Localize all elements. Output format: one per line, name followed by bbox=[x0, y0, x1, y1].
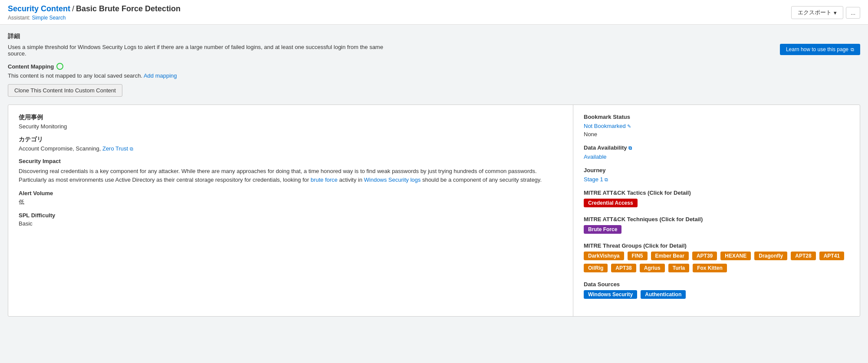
brute-force-link[interactable]: brute force bbox=[311, 177, 338, 183]
threat-group-tag-fin5[interactable]: FIN5 bbox=[628, 252, 648, 260]
threat-group-tag-apt41[interactable]: APT41 bbox=[819, 252, 844, 260]
threat-group-tag-apt39[interactable]: APT39 bbox=[692, 252, 717, 260]
technique-tag-brute-force[interactable]: Brute Force bbox=[584, 225, 621, 234]
use-case-label: 使用事例 bbox=[19, 114, 562, 121]
main-content: 詳細 Uses a simple threshold for Windows S… bbox=[0, 25, 868, 324]
security-impact-label: Security Impact bbox=[19, 158, 562, 164]
mapping-status-icon bbox=[56, 63, 63, 70]
mapping-description: This content is not mapped to any local … bbox=[8, 72, 860, 79]
mitre-tactics-tags: Credential Access bbox=[584, 199, 849, 209]
data-availability-label: Data Availability ⧉ bbox=[584, 144, 849, 151]
description-text: Uses a simple threshold for Windows Secu… bbox=[8, 44, 398, 57]
data-sources-section: Data Sources Windows Security Authentica… bbox=[584, 281, 849, 301]
chevron-down-icon: ▾ bbox=[834, 10, 837, 16]
stage-link[interactable]: Stage 1 bbox=[584, 176, 603, 183]
not-bookmarked-link[interactable]: Not Bookmarked bbox=[584, 123, 626, 129]
export-button[interactable]: エクスポート ▾ bbox=[791, 6, 843, 19]
spl-difficulty-label: SPL Difficulty bbox=[19, 212, 562, 219]
detail-panel: 使用事例 Security Monitoring カテゴリ Account Co… bbox=[8, 105, 860, 317]
threat-group-tag-apt28[interactable]: APT28 bbox=[791, 252, 815, 260]
mitre-threat-groups-section: MITRE Threat Groups (Click for Detail) D… bbox=[584, 242, 849, 274]
bookmark-status-label: Bookmark Status bbox=[584, 114, 849, 120]
journey-label: Journey bbox=[584, 167, 849, 173]
mitre-techniques-label: MITRE ATT&CK Techniques (Click for Detai… bbox=[584, 216, 849, 222]
data-availability-ext-icon: ⧉ bbox=[628, 145, 632, 150]
mitre-threat-groups-label: MITRE Threat Groups (Click for Detail) bbox=[584, 242, 849, 249]
journey-section: Journey Stage 1 ⧉ bbox=[584, 167, 849, 183]
security-impact-text: Discovering real credentials is a key co… bbox=[19, 167, 562, 184]
data-sources-label: Data Sources bbox=[584, 281, 849, 288]
threat-group-tags: DarkVishnya FIN5 Ember Bear APT39 HEXANE… bbox=[584, 252, 849, 274]
threat-group-tag-hexane[interactable]: HEXANE bbox=[720, 252, 751, 260]
details-section-title: 詳細 bbox=[8, 33, 860, 40]
panel-left: 使用事例 Security Monitoring カテゴリ Account Co… bbox=[8, 105, 573, 316]
bookmark-none: None bbox=[584, 131, 849, 137]
zero-trust-link[interactable]: Zero Trust bbox=[102, 145, 128, 152]
category-value: Account Compromise, Scanning, Zero Trust… bbox=[19, 145, 562, 152]
bookmark-status-value: Not Bookmarked ✎ bbox=[584, 123, 849, 129]
learn-button[interactable]: Learn how to use this page ⧉ bbox=[780, 44, 860, 55]
panel-right: Bookmark Status Not Bookmarked ✎ None Da… bbox=[573, 105, 860, 316]
zero-trust-ext-icon: ⧉ bbox=[130, 146, 133, 151]
data-availability-section: Data Availability ⧉ Available bbox=[584, 144, 849, 160]
bookmark-status-section: Bookmark Status Not Bookmarked ✎ None bbox=[584, 114, 849, 137]
more-options-button[interactable]: ... bbox=[846, 7, 860, 19]
mitre-tactics-section: MITRE ATT&CK Tactics (Click for Detail) … bbox=[584, 190, 849, 209]
mitre-techniques-section: MITRE ATT&CK Techniques (Click for Detai… bbox=[584, 216, 849, 235]
page-title: Basic Brute Force Detection bbox=[76, 4, 181, 13]
threat-group-tag-apt38[interactable]: APT38 bbox=[611, 264, 636, 272]
spl-difficulty-value: Basic bbox=[19, 220, 562, 227]
data-source-tag-authentication[interactable]: Authentication bbox=[641, 290, 686, 299]
mitre-techniques-tags: Brute Force bbox=[584, 225, 849, 235]
threat-group-tag-agrius[interactable]: Agrius bbox=[640, 264, 665, 272]
content-mapping-label: Content Mapping bbox=[8, 63, 54, 70]
stage-ext-icon: ⧉ bbox=[605, 177, 608, 182]
pencil-icon: ✎ bbox=[627, 124, 631, 129]
threat-group-tag-fox-kitten[interactable]: Fox Kitten bbox=[693, 264, 727, 272]
clone-button[interactable]: Clone This Content Into Custom Content bbox=[8, 84, 122, 97]
available-link[interactable]: Available bbox=[584, 154, 607, 160]
breadcrumb-security-content-link[interactable]: Security Content bbox=[8, 4, 70, 13]
add-mapping-link[interactable]: Add mapping bbox=[144, 72, 177, 79]
tactic-tag-credential-access[interactable]: Credential Access bbox=[584, 199, 638, 207]
use-case-value: Security Monitoring bbox=[19, 123, 562, 130]
description-bar: Uses a simple threshold for Windows Secu… bbox=[8, 44, 860, 57]
journey-value: Stage 1 ⧉ bbox=[584, 176, 849, 183]
assistant-link[interactable]: Simple Search bbox=[32, 15, 66, 21]
threat-group-tag-darkvishnya[interactable]: DarkVishnya bbox=[584, 252, 624, 260]
data-source-tags: Windows Security Authentication bbox=[584, 290, 849, 301]
mitre-tactics-label: MITRE ATT&CK Tactics (Click for Detail) bbox=[584, 190, 849, 196]
external-link-icon: ⧉ bbox=[851, 47, 854, 52]
breadcrumb-separator: / bbox=[72, 4, 74, 13]
threat-group-tag-oilrig[interactable]: OilRig bbox=[584, 264, 608, 272]
threat-group-tag-ember-bear[interactable]: Ember Bear bbox=[651, 252, 689, 260]
breadcrumb: Security Content / Basic Brute Force Det… bbox=[8, 4, 181, 13]
alert-volume-value: 低 bbox=[19, 198, 562, 206]
content-mapping-row: Content Mapping bbox=[8, 63, 860, 70]
data-source-tag-windows-security[interactable]: Windows Security bbox=[584, 290, 637, 299]
threat-group-tag-turla[interactable]: Turla bbox=[668, 264, 689, 272]
category-label: カテゴリ bbox=[19, 136, 562, 144]
windows-security-logs-link[interactable]: Windows Security logs bbox=[364, 177, 421, 183]
alert-volume-label: Alert Volume bbox=[19, 190, 562, 196]
top-bar-actions: エクスポート ▾ ... bbox=[791, 6, 860, 19]
top-bar: Security Content / Basic Brute Force Det… bbox=[0, 0, 868, 25]
assistant-row: Assistant: Simple Search bbox=[8, 15, 181, 21]
assistant-label: Assistant: bbox=[8, 15, 30, 21]
threat-group-tag-dragonfly[interactable]: Dragonfly bbox=[754, 252, 787, 260]
data-availability-value: Available bbox=[584, 154, 849, 160]
